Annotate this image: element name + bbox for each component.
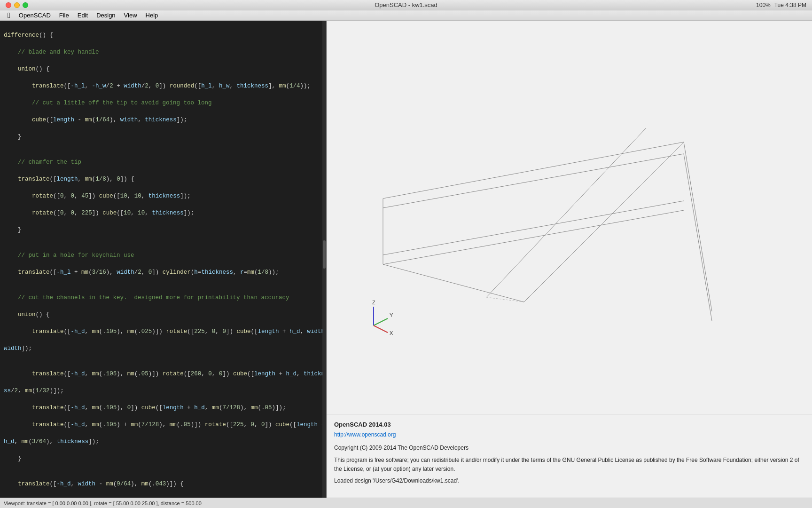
app-version: OpenSCAD 2014.03 bbox=[334, 420, 804, 429]
svg-text:Y: Y bbox=[390, 312, 393, 318]
main-content: difference() { // blade and key handle u… bbox=[0, 21, 812, 508]
maximize-button[interactable] bbox=[23, 2, 28, 8]
menu-bar:  OpenSCAD File Edit Design View Help bbox=[0, 10, 812, 21]
code-editor-panel[interactable]: difference() { // blade and key handle u… bbox=[0, 21, 327, 508]
title-bar-right: 100% Tue 4:38 PM bbox=[756, 2, 806, 8]
menu-openscad[interactable]: OpenSCAD bbox=[15, 11, 55, 20]
apple-menu[interactable]:  bbox=[4, 10, 14, 21]
window-title: OpenSCAD - kw1.scad bbox=[375, 1, 437, 8]
status-text: Viewport: translate = [ 0.00 0.00 0.00 ]… bbox=[4, 500, 202, 506]
menu-view[interactable]: View bbox=[120, 11, 141, 20]
app-website: http://www.openscad.org bbox=[334, 430, 804, 439]
status-bar: Viewport: translate = [ 0.00 0.00 0.00 ]… bbox=[0, 498, 812, 508]
app-license: This program is free software; you can r… bbox=[334, 456, 804, 474]
menu-file[interactable]: File bbox=[55, 11, 73, 20]
close-button[interactable] bbox=[6, 2, 11, 8]
traffic-lights[interactable] bbox=[6, 2, 28, 8]
menu-help[interactable]: Help bbox=[142, 11, 162, 20]
viewport-svg: Z Y X bbox=[327, 21, 812, 414]
code-editor[interactable]: difference() { // blade and key handle u… bbox=[0, 21, 326, 508]
3d-viewport[interactable]: Z Y X bbox=[327, 21, 812, 414]
svg-text:Z: Z bbox=[372, 300, 375, 305]
viewport-panel: Z Y X OpenSCAD 2014.03 http://www.opensc… bbox=[327, 21, 812, 508]
menu-design[interactable]: Design bbox=[93, 11, 119, 20]
info-panel: OpenSCAD 2014.03 http://www.openscad.org… bbox=[327, 414, 812, 508]
svg-text:X: X bbox=[390, 330, 393, 336]
clock: Tue 4:38 PM bbox=[774, 2, 806, 8]
minimize-button[interactable] bbox=[14, 2, 20, 8]
app-copyright: Copyright (C) 2009-2014 The OpenSCAD Dev… bbox=[334, 444, 804, 452]
code-scrollbar[interactable] bbox=[322, 21, 326, 508]
svg-rect-0 bbox=[327, 81, 812, 354]
menu-edit[interactable]: Edit bbox=[74, 11, 92, 20]
battery-indicator: 100% bbox=[756, 2, 771, 8]
scrollbar-thumb[interactable] bbox=[323, 240, 326, 269]
title-bar: OpenSCAD - kw1.scad 100% Tue 4:38 PM bbox=[0, 0, 812, 10]
loaded-file: Loaded design '/Users/G42/Downloads/kw1.… bbox=[334, 476, 804, 485]
